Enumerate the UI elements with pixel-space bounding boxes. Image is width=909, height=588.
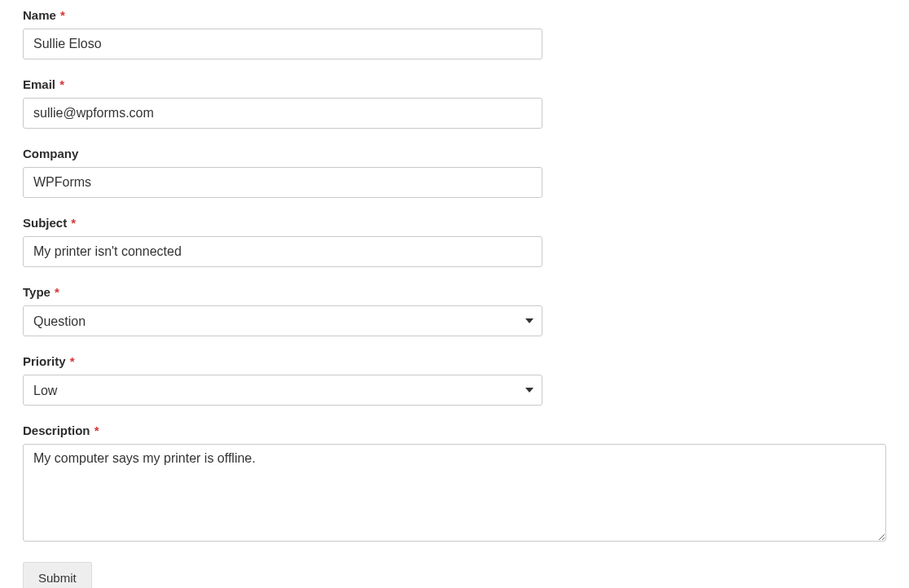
required-mark: * (55, 285, 59, 299)
name-field-group: Name * (23, 8, 886, 59)
required-mark: * (60, 8, 65, 22)
company-field-group: Company (23, 147, 886, 198)
name-label-text: Name (23, 8, 56, 22)
company-label-text: Company (23, 147, 78, 160)
subject-field-group: Subject * (23, 216, 886, 267)
subject-label: Subject * (23, 216, 886, 230)
priority-label-text: Priority (23, 354, 66, 368)
priority-field-group: Priority * Low (23, 354, 886, 406)
email-input[interactable] (23, 98, 542, 129)
type-label: Type * (23, 285, 886, 299)
description-label-text: Description (23, 423, 90, 437)
company-input[interactable] (23, 167, 542, 198)
subject-label-text: Subject (23, 216, 67, 230)
description-field-group: Description * My computer says my printe… (23, 423, 886, 544)
description-textarea[interactable]: My computer says my printer is offline. (23, 444, 886, 542)
email-field-group: Email * (23, 77, 886, 129)
required-mark: * (94, 423, 99, 437)
priority-label: Priority * (23, 354, 886, 368)
submit-button[interactable]: Submit (23, 562, 92, 588)
support-form: Name * Email * Company Subject * Type * … (23, 8, 886, 588)
company-label: Company (23, 147, 886, 160)
type-select[interactable]: Question (23, 305, 542, 336)
email-label: Email * (23, 77, 886, 91)
required-mark: * (59, 77, 64, 91)
type-field-group: Type * Question (23, 285, 886, 336)
priority-select[interactable]: Low (23, 375, 542, 406)
name-label: Name * (23, 8, 886, 22)
subject-input[interactable] (23, 236, 542, 267)
email-label-text: Email (23, 77, 55, 91)
type-label-text: Type (23, 285, 50, 299)
name-input[interactable] (23, 29, 542, 59)
required-mark: * (70, 354, 75, 368)
description-label: Description * (23, 423, 886, 437)
required-mark: * (71, 216, 76, 230)
